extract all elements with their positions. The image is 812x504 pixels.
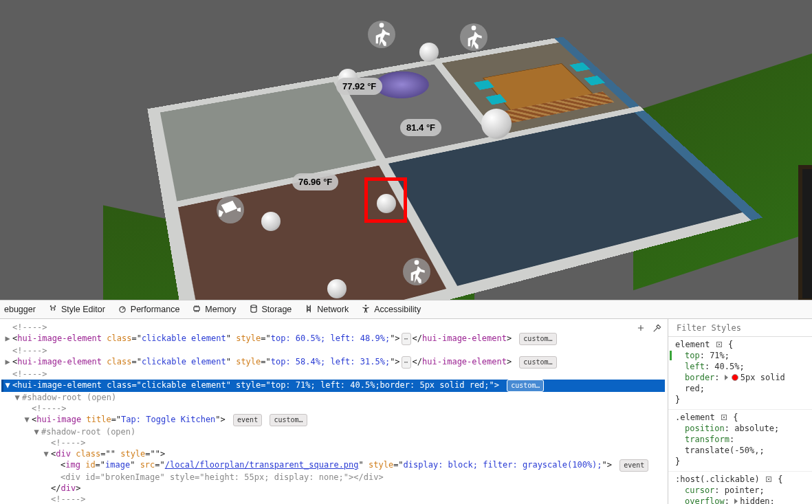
temp-badge[interactable]: 77.92 °F: [336, 78, 382, 95]
dom-row[interactable]: <!---->: [1, 369, 665, 380]
add-rule-icon[interactable]: [636, 323, 646, 336]
dom-row[interactable]: <div id="brokenImage" style="height: 55p…: [1, 472, 665, 483]
dom-row[interactable]: <!---->: [1, 494, 665, 504]
inspector-highlight: [364, 177, 407, 223]
svg-point-0: [380, 23, 384, 28]
svg-rect-4: [194, 307, 199, 311]
tab-label: Performance: [131, 305, 180, 314]
tab-accessibility[interactable]: Accessibility: [361, 304, 421, 316]
dom-row[interactable]: ▼<hui-image-element class="clickable ele…: [1, 380, 665, 392]
dom-row[interactable]: <!---->: [1, 437, 665, 448]
svg-point-1: [472, 25, 476, 30]
tab-label: Accessibility: [374, 305, 421, 314]
motion-icon[interactable]: [460, 23, 487, 51]
style-editor-icon: [48, 304, 58, 316]
eyedropper-icon[interactable]: [652, 323, 662, 336]
performance-icon: [118, 304, 127, 316]
dom-row[interactable]: </div>: [1, 483, 665, 494]
devtools-toolbar: ebugger Style Editor Performance Memory …: [0, 300, 812, 319]
dom-tree-pane[interactable]: <!---->▶<hui-image-element class="clicka…: [0, 319, 668, 504]
tab-storage[interactable]: Storage: [249, 304, 292, 316]
dom-row[interactable]: <!---->: [1, 322, 665, 333]
light-orb[interactable]: [481, 109, 512, 139]
light-orb[interactable]: [261, 212, 281, 231]
memory-icon: [192, 304, 201, 316]
svg-point-6: [365, 305, 366, 306]
tab-debugger[interactable]: ebugger: [4, 305, 36, 314]
temp-badge[interactable]: 76.96 °F: [292, 173, 338, 190]
styles-filter-row: [668, 319, 812, 337]
tab-network[interactable]: Network: [304, 304, 349, 316]
tab-label: Style Editor: [61, 305, 105, 314]
dom-row[interactable]: ▼#shadow-root (open): [1, 426, 665, 437]
tab-label: Memory: [205, 305, 236, 314]
css-rule[interactable]: .element {position: absolute;transform: …: [668, 410, 812, 472]
tab-label: Network: [317, 305, 349, 314]
tab-style-editor[interactable]: Style Editor: [48, 304, 105, 316]
dom-row[interactable]: ▶<hui-image-element class="clickable ele…: [1, 333, 665, 345]
dom-row[interactable]: ▶<hui-image-element class="clickable ele…: [1, 356, 665, 369]
css-rule[interactable]: :host(.clickable) {cursor: pointer;overf…: [668, 472, 812, 504]
dom-row[interactable]: <img id="image" src="/local/floorplan/tr…: [1, 459, 665, 472]
camera-icon[interactable]: [217, 196, 244, 223]
network-icon: [304, 304, 314, 316]
tab-performance[interactable]: Performance: [118, 304, 180, 316]
light-orb[interactable]: [419, 43, 439, 62]
css-rule[interactable]: element {top: 71%;left: 40.5%;border: 5p…: [668, 337, 812, 410]
storage-icon: [249, 304, 259, 316]
accessibility-icon: [361, 304, 371, 316]
dom-row[interactable]: ▼#shadow-root (open): [1, 392, 665, 403]
dom-row[interactable]: ▼<hui-image title="Tap: Toggle Kitchen">…: [1, 414, 665, 426]
motion-icon[interactable]: [368, 21, 395, 48]
svg-point-2: [415, 260, 419, 265]
tab-label: ebugger: [4, 305, 36, 314]
floorplan-viewport[interactable]: 77.92 °F 81.4 °F 76.96 °F: [0, 0, 812, 300]
svg-point-5: [250, 305, 256, 307]
tab-label: Storage: [262, 305, 292, 314]
motion-icon[interactable]: [403, 258, 430, 285]
styles-pane[interactable]: element {top: 71%;left: 40.5%;border: 5p…: [668, 319, 812, 504]
tab-memory[interactable]: Memory: [192, 304, 236, 316]
tv-screen: [798, 165, 812, 300]
temp-badge[interactable]: 81.4 °F: [400, 119, 441, 136]
dom-row[interactable]: ▼<div class="" style="">: [1, 448, 665, 459]
styles-filter-input[interactable]: [677, 323, 808, 333]
dom-row[interactable]: <!---->: [1, 345, 665, 356]
light-orb[interactable]: [327, 279, 347, 298]
dom-row[interactable]: <!---->: [1, 403, 665, 414]
svg-point-3: [120, 307, 125, 312]
